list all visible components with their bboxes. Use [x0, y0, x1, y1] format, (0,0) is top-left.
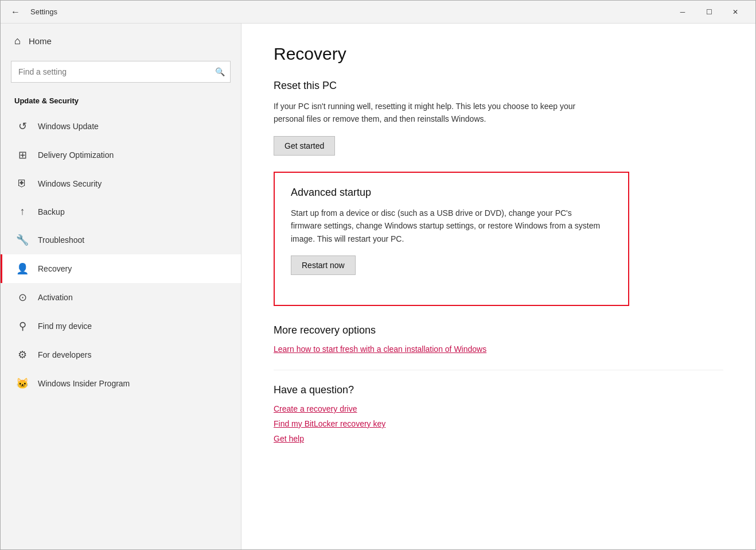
- delivery-optimization-icon: ⊞: [16, 149, 29, 161]
- back-button[interactable]: ←: [7, 6, 24, 18]
- recovery-icon: 👤: [16, 262, 29, 275]
- maximize-button[interactable]: ☐: [696, 1, 722, 24]
- backup-icon: ↑: [16, 206, 29, 218]
- more-recovery-section: More recovery options Learn how to start…: [274, 324, 723, 354]
- question-section: Have a question? Create a recovery drive…: [274, 384, 723, 443]
- divider: [274, 370, 723, 370]
- sidebar-item-label-find-my-device: Find my device: [38, 322, 92, 331]
- sidebar-item-windows-update[interactable]: ↺Windows Update: [1, 112, 241, 141]
- get-started-button[interactable]: Get started: [274, 136, 335, 156]
- sidebar-item-label-troubleshoot: Troubleshoot: [38, 235, 84, 245]
- home-label: Home: [29, 36, 52, 46]
- sidebar-item-label-backup: Backup: [38, 207, 65, 216]
- reset-description: If your PC isn't running well, resetting…: [274, 100, 583, 126]
- settings-window: ← Settings ─ ☐ ✕ ⌂ Home 🔍 Update & Secur…: [0, 0, 756, 550]
- sidebar-item-recovery[interactable]: 👤Recovery: [1, 254, 241, 283]
- question-links: Create a recovery driveFind my BitLocker…: [274, 404, 723, 443]
- sidebar-item-delivery-optimization[interactable]: ⊞Delivery Optimization: [1, 141, 241, 169]
- nav-items: ↺Windows Update⊞Delivery Optimization⛨Wi…: [1, 112, 241, 398]
- windows-insider-icon: 🐱: [16, 377, 29, 390]
- sidebar-item-backup[interactable]: ↑Backup: [1, 197, 241, 226]
- section-label: Update & Security: [1, 92, 241, 112]
- question-link-0[interactable]: Create a recovery drive: [274, 404, 723, 413]
- find-my-device-icon: ⚲: [16, 320, 29, 332]
- search-input[interactable]: [11, 61, 231, 83]
- question-link-1[interactable]: Find my BitLocker recovery key: [274, 419, 723, 428]
- titlebar-title: Settings: [30, 7, 57, 16]
- search-box: 🔍: [11, 61, 231, 83]
- more-recovery-heading: More recovery options: [274, 324, 723, 336]
- sidebar-item-activation[interactable]: ⊙Activation: [1, 283, 241, 312]
- advanced-description: Start up from a device or disc (such as …: [291, 207, 601, 245]
- clean-install-link[interactable]: Learn how to start fresh with a clean in…: [274, 344, 723, 354]
- content-area: ⌂ Home 🔍 Update & Security ↺Windows Upda…: [1, 24, 755, 549]
- question-heading: Have a question?: [274, 384, 723, 396]
- advanced-startup-box: Advanced startup Start up from a device …: [274, 172, 629, 306]
- for-developers-icon: ⚙: [16, 348, 29, 361]
- restart-now-button[interactable]: Restart now: [291, 255, 356, 275]
- advanced-heading: Advanced startup: [291, 187, 612, 199]
- sidebar: ⌂ Home 🔍 Update & Security ↺Windows Upda…: [1, 24, 241, 549]
- sidebar-item-find-my-device[interactable]: ⚲Find my device: [1, 312, 241, 340]
- minimize-button[interactable]: ─: [669, 1, 696, 24]
- titlebar: ← Settings ─ ☐ ✕: [1, 1, 755, 24]
- sidebar-item-home[interactable]: ⌂ Home: [1, 24, 241, 59]
- sidebar-item-label-windows-insider: Windows Insider Program: [38, 379, 130, 388]
- sidebar-item-label-activation: Activation: [38, 293, 73, 302]
- windows-security-icon: ⛨: [16, 177, 29, 189]
- search-icon: 🔍: [215, 67, 225, 76]
- sidebar-item-for-developers[interactable]: ⚙For developers: [1, 340, 241, 369]
- sidebar-item-windows-security[interactable]: ⛨Windows Security: [1, 169, 241, 197]
- sidebar-item-label-delivery-optimization: Delivery Optimization: [38, 150, 114, 160]
- page-title: Recovery: [274, 44, 723, 64]
- titlebar-controls: ─ ☐ ✕: [669, 1, 749, 24]
- windows-update-icon: ↺: [16, 120, 29, 133]
- sidebar-item-label-for-developers: For developers: [38, 350, 91, 359]
- home-icon: ⌂: [14, 35, 21, 47]
- sidebar-item-troubleshoot[interactable]: 🔧Troubleshoot: [1, 226, 241, 254]
- reset-heading: Reset this PC: [274, 80, 723, 92]
- titlebar-left: ← Settings: [7, 6, 57, 18]
- question-link-2[interactable]: Get help: [274, 434, 723, 443]
- close-button[interactable]: ✕: [722, 1, 749, 24]
- main-content: Recovery Reset this PC If your PC isn't …: [241, 24, 755, 549]
- sidebar-item-windows-insider[interactable]: 🐱Windows Insider Program: [1, 369, 241, 398]
- sidebar-item-label-windows-security: Windows Security: [38, 179, 102, 188]
- sidebar-item-label-recovery: Recovery: [38, 264, 72, 273]
- sidebar-item-label-windows-update: Windows Update: [38, 122, 99, 131]
- activation-icon: ⊙: [16, 291, 29, 304]
- troubleshoot-icon: 🔧: [16, 234, 29, 246]
